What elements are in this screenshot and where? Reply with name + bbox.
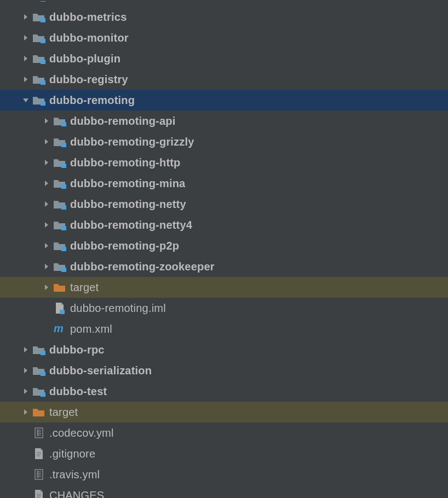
tree-item-label: dubbo-monitor <box>49 32 129 44</box>
tree-item[interactable]: dubbo-remoting <box>0 90 448 111</box>
module-folder-icon <box>32 364 46 377</box>
module-folder-icon <box>53 240 67 252</box>
tree-item-label: .gitignore <box>49 448 95 460</box>
tree-item[interactable]: dubbo-test <box>0 381 448 402</box>
svg-rect-1 <box>41 18 45 22</box>
tree-item[interactable]: dubbo-serialization <box>0 360 448 381</box>
yml-file-icon <box>32 427 46 439</box>
tree-item-label: dubbo-remoting-http <box>70 157 181 169</box>
module-folder-icon <box>32 53 46 65</box>
tree-item[interactable]: .travis.yml <box>0 464 448 485</box>
module-folder-icon <box>32 11 46 23</box>
tree-item[interactable]: .gitignore <box>0 443 448 464</box>
svg-rect-3 <box>41 60 45 64</box>
chevron-right-icon[interactable] <box>20 35 32 40</box>
svg-rect-14 <box>60 310 65 314</box>
module-folder-icon <box>32 385 46 397</box>
svg-rect-12 <box>61 247 66 251</box>
tree-item[interactable]: dubbo-rpc <box>0 339 448 360</box>
tree-item-label: dubbo-metrics <box>49 11 127 24</box>
svg-rect-13 <box>61 268 66 272</box>
svg-rect-0 <box>41 1 45 2</box>
tree-item-label: dubbo-remoting-mina <box>70 177 185 190</box>
project-tree: dubbo-metricsdubbo-monitordubbo-plugindu… <box>0 0 448 498</box>
chevron-right-icon[interactable] <box>41 264 53 269</box>
module-folder-icon <box>53 219 67 231</box>
tree-item[interactable]: .codecov.yml <box>0 422 448 443</box>
tree-item[interactable]: dubbo-remoting-netty <box>0 194 448 215</box>
iml-file-icon <box>53 302 67 314</box>
tree-item[interactable]: dubbo-remoting-mina <box>0 173 448 194</box>
svg-rect-7 <box>61 143 66 147</box>
module-folder-icon <box>53 115 67 127</box>
tree-item-label: dubbo-rpc <box>49 344 105 356</box>
svg-text:m: m <box>54 323 64 334</box>
tree-item-label: CHANGES <box>49 489 104 499</box>
svg-rect-28 <box>35 470 43 479</box>
svg-rect-16 <box>41 351 45 355</box>
chevron-right-icon[interactable] <box>41 181 53 186</box>
tree-item-label: dubbo-serialization <box>49 364 152 377</box>
chevron-right-icon[interactable] <box>20 368 32 373</box>
chevron-right-icon[interactable] <box>41 285 53 290</box>
chevron-right-icon[interactable] <box>20 77 32 82</box>
tree-item-label: dubbo-remoting-p2p <box>70 240 179 252</box>
chevron-right-icon[interactable] <box>41 160 53 165</box>
tree-item[interactable]: dubbo-plugin <box>0 48 448 69</box>
tree-item[interactable]: dubbo-remoting.iml <box>0 298 448 319</box>
tree-item-label: dubbo-remoting-zookeeper <box>70 260 215 273</box>
tree-item-label: .codecov.yml <box>49 427 114 439</box>
tree-item[interactable]: CHANGES <box>0 485 448 498</box>
module-folder-icon <box>53 157 67 169</box>
chevron-right-icon[interactable] <box>20 409 32 415</box>
tree-item-label: dubbo-remoting-grizzly <box>70 136 194 148</box>
tree-item-label: dubbo-remoting-netty4 <box>70 219 192 231</box>
tree-item[interactable]: dubbo-remoting-grizzly <box>0 131 448 152</box>
tree-item[interactable]: dubbo-remoting-zookeeper <box>0 256 448 277</box>
tree-item-label: dubbo-test <box>49 385 107 398</box>
module-folder-icon <box>32 344 46 356</box>
svg-rect-9 <box>61 184 66 189</box>
tree-item-label: dubbo-remoting <box>49 94 135 107</box>
tree-item[interactable]: mpom.xml <box>0 319 448 339</box>
maven-file-icon: m <box>53 323 67 335</box>
tree-item[interactable]: dubbo-remoting-p2p <box>0 235 448 256</box>
tree-item[interactable]: dubbo-metrics <box>0 7 448 27</box>
tree-item[interactable]: dubbo-remoting-netty4 <box>0 215 448 235</box>
module-folder-icon <box>32 32 46 44</box>
tree-item-label: target <box>49 406 78 419</box>
tree-item[interactable]: dubbo-remoting-api <box>0 111 448 131</box>
tree-item-label: dubbo-remoting.iml <box>70 302 166 315</box>
target-folder-icon <box>53 281 67 293</box>
module-folder-icon <box>32 73 46 85</box>
chevron-right-icon[interactable] <box>41 118 53 124</box>
chevron-right-icon[interactable] <box>20 389 32 394</box>
tree-item[interactable]: target <box>0 277 448 298</box>
chevron-right-icon[interactable] <box>41 201 53 207</box>
tree-item[interactable]: dubbo-registry <box>0 69 448 90</box>
module-folder-icon <box>53 198 67 210</box>
tree-item-label: target <box>70 281 99 294</box>
chevron-right-icon[interactable] <box>41 139 53 144</box>
chevron-down-icon[interactable] <box>20 97 32 103</box>
module-folder-icon <box>53 136 67 148</box>
tree-item[interactable]: target <box>0 402 448 422</box>
chevron-right-icon[interactable] <box>41 243 53 248</box>
svg-rect-2 <box>41 39 45 43</box>
tree-item-label: dubbo-remoting-netty <box>70 198 186 211</box>
module-folder-icon <box>53 177 67 189</box>
tree-item[interactable]: dubbo-monitor <box>0 27 448 48</box>
text-file-icon <box>32 448 46 460</box>
yml-file-icon <box>32 468 46 480</box>
tree-item-label: pom.xml <box>70 323 112 335</box>
svg-rect-10 <box>61 205 66 210</box>
chevron-right-icon[interactable] <box>20 14 32 20</box>
chevron-right-icon[interactable] <box>20 347 32 352</box>
svg-rect-5 <box>41 101 45 106</box>
tree-item[interactable]: dubbo-remoting-http <box>0 152 448 173</box>
svg-rect-4 <box>41 80 45 85</box>
chevron-right-icon[interactable] <box>20 56 32 61</box>
tree-item-label: dubbo-remoting-api <box>70 115 175 128</box>
svg-rect-8 <box>61 164 66 168</box>
chevron-right-icon[interactable] <box>41 222 53 228</box>
